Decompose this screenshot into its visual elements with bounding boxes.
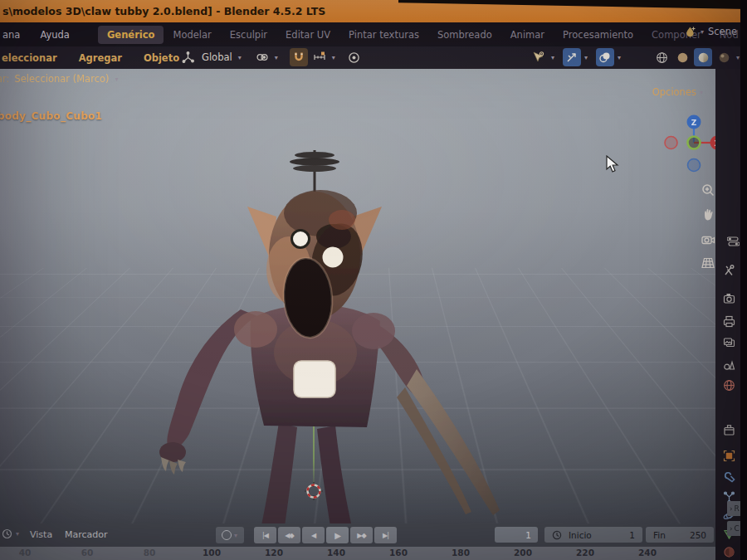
jump-to-end-button[interactable]: ▶| — [374, 527, 397, 543]
shading-controls: ▾ — [652, 48, 740, 66]
ruler-tick: 100 — [195, 548, 228, 558]
snap-magnet-icon[interactable] — [290, 48, 308, 66]
navigation-gizmo[interactable]: Z X — [664, 114, 715, 173]
play-reverse-button[interactable]: ◀ — [302, 527, 325, 543]
chevron-down-icon[interactable]: ▾ — [584, 54, 588, 61]
monitor-bezel-right — [740, 0, 747, 560]
frame-end-field[interactable]: Fin 250 — [646, 527, 714, 543]
proportional-edit-icon[interactable] — [345, 48, 364, 66]
timeline-editor-type[interactable]: ▾ — [2, 528, 20, 539]
shading-wireframe-icon[interactable] — [652, 48, 671, 66]
tab-collection-icon[interactable] — [722, 423, 735, 436]
gizmo-y-axis-ring — [688, 137, 701, 149]
tab-modifiers-icon[interactable] — [722, 470, 735, 483]
properties-rail — [715, 69, 741, 560]
auto-keying-button[interactable]: ▾ — [216, 527, 244, 543]
window-title: s\modelos 3D\claw tubby 2.0.blend] - Ble… — [2, 5, 325, 17]
tab-sombreado[interactable]: Sombreado — [428, 26, 501, 44]
panel-chevron-icon: › — [730, 524, 733, 533]
ruler-tick: 120 — [257, 548, 290, 558]
timeline-menu-marcador[interactable]: Marcador — [65, 529, 108, 540]
playback-controls: |◀ ◀◆ ◀ ▶ ▶◆ ▶| — [254, 527, 397, 543]
ruler-tick: 220 — [569, 548, 602, 558]
prev-keyframe-button[interactable]: ◀◆ — [278, 527, 300, 543]
jump-to-start-button[interactable]: |◀ — [254, 527, 276, 543]
snap-target-icon[interactable] — [310, 48, 329, 66]
tab-tool-icon[interactable] — [722, 264, 735, 277]
tab-render-icon[interactable] — [722, 291, 735, 304]
shading-material-icon[interactable] — [694, 48, 712, 66]
ruler-tick: 160 — [382, 548, 415, 558]
tab-procesamiento[interactable]: Procesamiento — [554, 26, 642, 44]
pivot-point-icon[interactable] — [253, 48, 271, 66]
play-button[interactable]: ▶ — [326, 527, 349, 543]
menu-seleccionar[interactable]: eleccionar — [0, 52, 68, 64]
viewport-3d[interactable]: ar: Seleccionar (Marco) ▾ Opciones ▾ bod… — [0, 69, 715, 523]
viewport-header: eleccionar Agregar Objeto — [0, 46, 747, 69]
tab-modelar[interactable]: Modelar — [164, 26, 220, 44]
tab-pintar-texturas[interactable]: Pintar texturas — [339, 26, 428, 44]
pan-hand-button[interactable] — [697, 204, 715, 226]
current-frame-field[interactable]: 1 — [495, 527, 538, 543]
chevron-down-icon[interactable]: ▾ — [701, 28, 704, 36]
frame-start-field[interactable]: Inicio 1 — [544, 527, 642, 543]
workspace-tabs: Genérico Modelar Esculpir Editar UV Pint… — [98, 26, 747, 44]
timeline-menu-vista[interactable]: Vista — [30, 529, 52, 540]
gizmo-neg-z-axis — [688, 159, 701, 172]
visibility-controls: ▾ ▾ ▾ — [530, 48, 622, 66]
object-visibility-icon[interactable] — [530, 48, 548, 66]
tab-object-icon[interactable] — [722, 449, 735, 462]
next-keyframe-button[interactable]: ▶◆ — [350, 527, 373, 543]
tab-animar[interactable]: Animar — [501, 26, 554, 44]
chevron-down-icon[interactable]: ▾ — [618, 54, 621, 61]
tab-esculpir[interactable]: Esculpir — [221, 26, 276, 44]
chevron-down-icon[interactable]: ▾ — [332, 54, 335, 61]
topbar: ana Ayuda Genérico Modelar Esculpir Edit… — [0, 22, 747, 46]
shading-solid-icon[interactable] — [673, 48, 691, 66]
ruler-tick: 200 — [506, 548, 540, 558]
tool-prompt-prefix: ar: — [0, 73, 9, 85]
tab-editar-uv[interactable]: Editar UV — [276, 26, 339, 44]
options-dropdown[interactable]: Opciones ▾ — [652, 86, 704, 98]
editor-toggles-icon[interactable] — [726, 235, 740, 248]
svg-text:Z: Z — [691, 119, 697, 127]
mouse-cursor — [606, 155, 619, 173]
cursor-3d — [303, 480, 325, 502]
end-value: 250 — [690, 530, 706, 540]
tab-world-icon[interactable] — [722, 378, 735, 392]
chevron-down-icon[interactable]: ▾ — [238, 54, 242, 61]
orthographic-toggle-button[interactable] — [697, 252, 715, 274]
orientation-axes-icon[interactable] — [178, 48, 197, 66]
tool-prompt-label[interactable]: Seleccionar (Marco) — [14, 73, 109, 85]
chevron-down-icon[interactable]: ▾ — [275, 54, 278, 61]
tab-generico[interactable]: Genérico — [98, 26, 164, 44]
chevron-down-icon[interactable]: ▾ — [736, 54, 740, 61]
blender-window: s\modelos 3D\claw tubby 2.0.blend] - Ble… — [0, 0, 747, 560]
timeline-ruler[interactable]: 40 60 80 100 120 140 160 180 200 220 240 — [0, 547, 715, 560]
ruler-tick: 140 — [320, 548, 353, 558]
chevron-down-icon[interactable]: ▾ — [551, 54, 554, 61]
ruler-tick: 60 — [71, 548, 104, 558]
menu-help[interactable]: Ayuda — [30, 29, 80, 41]
orientation-label[interactable]: Global — [202, 51, 232, 63]
tab-view-layer-icon[interactable] — [722, 336, 735, 349]
clock-icon — [552, 530, 562, 540]
scene-name[interactable]: Scene — [708, 26, 737, 37]
ruler-tick: 40 — [8, 548, 42, 558]
menu-window[interactable]: ana — [0, 29, 30, 41]
end-label: Fin — [653, 530, 666, 540]
camera-view-button[interactable] — [697, 229, 715, 251]
shading-rendered-icon[interactable] — [715, 48, 733, 66]
zoom-button[interactable] — [697, 180, 715, 202]
menu-agregar[interactable]: Agregar — [68, 52, 133, 64]
chevron-down-icon[interactable]: ▾ — [115, 75, 118, 83]
chevron-down-icon: ▾ — [234, 532, 237, 539]
tab-material-icon[interactable] — [722, 545, 735, 558]
tab-output-icon[interactable] — [722, 314, 735, 328]
ruler-tick: 80 — [133, 548, 166, 558]
show-overlays-icon[interactable] — [596, 48, 614, 66]
tab-scene-icon[interactable] — [722, 358, 735, 371]
scene-selector[interactable]: ▾ Scene — [685, 26, 737, 37]
show-gizmo-icon[interactable] — [563, 48, 581, 66]
ruler-tick: 240 — [631, 548, 664, 558]
